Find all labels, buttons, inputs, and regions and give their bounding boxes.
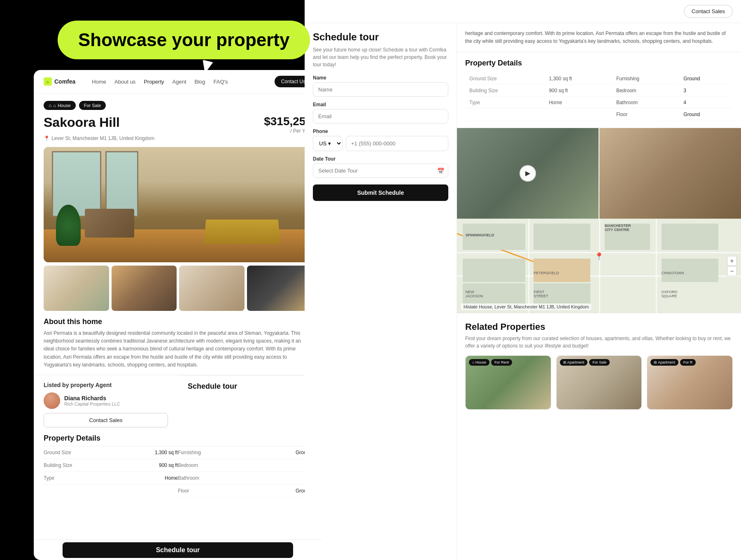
nav-about[interactable]: About us xyxy=(114,79,135,85)
related-card-2[interactable]: ⊞ Apartment For Sale xyxy=(556,355,642,410)
details-col-left: Ground Size 1,300 sq ft Building Size 90… xyxy=(44,446,178,497)
house-icon: ⌂ xyxy=(53,103,56,108)
detail-value-type: Home xyxy=(165,475,178,481)
detail-value-building: 900 sq ft xyxy=(159,462,178,468)
agent-section: Listed by property Agent Diana Richards … xyxy=(34,375,178,434)
agent-avatar xyxy=(44,392,60,409)
related-title: Related Properties xyxy=(465,322,733,332)
value-empty xyxy=(545,109,612,120)
agent-name: Diana Richards xyxy=(64,395,120,401)
photo-gallery xyxy=(44,266,312,311)
map-zoom-out-button[interactable]: − xyxy=(727,266,737,276)
dining-table xyxy=(204,219,280,244)
gallery-thumb-3[interactable] xyxy=(179,266,245,311)
tag-sale-2: For Sale xyxy=(589,359,610,366)
right-content: Schedule tour See your future home up cl… xyxy=(305,23,741,560)
label-floor: Floor xyxy=(613,109,679,120)
property-description-right: heritage and contemporary comfort. With … xyxy=(457,23,741,52)
contact-sales-button[interactable]: Contact Sales xyxy=(44,413,168,427)
map-zoom-in-button[interactable]: + xyxy=(727,256,737,266)
map-label-chinatown: CHINATOWN xyxy=(662,271,684,275)
tag-house: ⌂ House xyxy=(44,101,76,110)
detail-label-building: Building Size xyxy=(44,462,72,468)
map-address-label: Histate House, Lever St, Manchester M1 1… xyxy=(461,303,591,310)
detail-row-building: Building Size 900 sq ft xyxy=(44,459,178,472)
nav-faq[interactable]: FAQ's xyxy=(214,79,228,85)
submit-schedule-button[interactable]: Submit Schedule xyxy=(313,184,448,201)
showcase-title: Showcase your property xyxy=(78,30,289,50)
related-card-3-tags: ⊞ Apartment For R xyxy=(650,359,696,366)
right-main-content: heritage and contemporary comfort. With … xyxy=(457,23,741,560)
email-label: Email xyxy=(313,102,448,107)
schedule-tour-bottom-bar: Schedule tour xyxy=(34,539,322,560)
phone-field-group: Phone US ▾ UK ▾ xyxy=(313,128,448,151)
schedule-tour-main: Schedule tour xyxy=(178,375,322,434)
calendar-icon: 📅 xyxy=(437,168,444,174)
details-grid: Ground Size 1,300 sq ft Building Size 90… xyxy=(44,446,312,497)
nav-blog[interactable]: Blog xyxy=(195,79,205,85)
about-text: Asri Permata is a beautifully designed r… xyxy=(44,329,312,369)
tag-house-1: ⌂ House xyxy=(469,359,489,366)
property-details-right: Property Details Ground Size 1,300 sq ft… xyxy=(457,52,741,128)
detail-label-floor: Floor xyxy=(178,488,189,494)
nav-property[interactable]: Property xyxy=(144,79,164,85)
date-input[interactable] xyxy=(313,163,448,178)
map-container: 📍 SPINNINGFIELD MANCHESTERCITY CENTRE CH… xyxy=(457,219,741,313)
play-button-icon[interactable]: ▶ xyxy=(520,166,535,181)
schedule-tour-bottom-button[interactable]: Schedule tour xyxy=(63,542,293,558)
map-label-manchester: MANCHESTERCITY CENTRE xyxy=(605,224,631,232)
details-table: Ground Size 1,300 sq ft Furnishing Groun… xyxy=(465,72,733,121)
gallery-thumb-4[interactable] xyxy=(247,266,312,311)
related-card-3[interactable]: ⊞ Apartment For R xyxy=(647,355,733,410)
date-field-group: Date Tour 📅 xyxy=(313,156,448,178)
main-property-image xyxy=(44,147,312,262)
detail-row-2: Building Size 900 sq ft Bedroom 3 xyxy=(466,85,732,96)
property-card: ⌂ Comfea Home About us Property Agent Bl… xyxy=(34,70,322,548)
name-field-group: Name xyxy=(313,75,448,97)
map-label-oxfordroad: OXFORDSQUARE xyxy=(662,290,678,298)
detail-row-floor: Floor Ground xyxy=(178,485,312,497)
nav-home[interactable]: Home xyxy=(92,79,106,85)
detail-label-ground: Ground Size xyxy=(44,450,71,455)
gallery-thumb-1[interactable] xyxy=(44,266,109,311)
related-card-1[interactable]: ⌂ House For Rent xyxy=(465,355,551,410)
showcase-banner: Showcase your property xyxy=(58,21,310,59)
room-scene xyxy=(44,147,312,262)
about-title: About this home xyxy=(44,317,312,326)
phone-input[interactable] xyxy=(346,136,448,151)
tag-sale: For Sale xyxy=(79,101,106,110)
property-tags: ⌂ House For Sale xyxy=(44,101,312,110)
label-type: Type xyxy=(466,97,545,108)
value-furnishing: Ground xyxy=(680,73,732,84)
value-bedroom: 3 xyxy=(680,85,732,96)
gallery-thumb-2[interactable] xyxy=(112,266,177,311)
contact-sales-top-button[interactable]: Contact Sales xyxy=(684,5,733,18)
related-card-2-image: ⊞ Apartment For Sale xyxy=(557,356,642,409)
phone-label: Phone xyxy=(313,128,448,134)
email-input[interactable] xyxy=(313,109,448,124)
map-label-spinningfield: SPINNINGFIELD xyxy=(466,233,494,237)
name-input[interactable] xyxy=(313,82,448,97)
related-card-3-image: ⊞ Apartment For R xyxy=(647,356,732,409)
details-title-right: Property Details xyxy=(465,59,733,68)
map-pin-icon: 📍 xyxy=(594,252,604,261)
value-floor: Ground xyxy=(680,109,732,120)
property-title: Sakoora Hill xyxy=(44,115,120,130)
country-select[interactable]: US ▾ UK ▾ xyxy=(313,136,343,151)
value-bathroom: 4 xyxy=(680,97,732,108)
tag-house-label: House xyxy=(58,103,71,108)
property-content: ⌂ House For Sale Sakoora Hill $315,250 /… xyxy=(34,93,322,369)
detail-row-furnishing: Furnishing Ground xyxy=(178,446,312,459)
room-images-grid: ▶ xyxy=(457,128,741,219)
related-properties-section: Related Properties Find your dream prope… xyxy=(457,313,741,418)
detail-row-1: Ground Size 1,300 sq ft Furnishing Groun… xyxy=(466,73,732,84)
tag-sale-label: For Sale xyxy=(84,103,101,108)
details-col-right: Furnishing Ground Bedroom 3 Bathroom 4 F… xyxy=(178,446,312,497)
related-cards-grid: ⌂ House For Rent ⊞ Apartment For Sale xyxy=(465,355,733,410)
map-label-firststreet: FIRSTSTREET xyxy=(534,290,548,298)
schedule-tour-title: Schedule tour xyxy=(188,382,312,391)
nav-agent[interactable]: Agent xyxy=(172,79,186,85)
tag-apartment-2: ⊞ Apartment xyxy=(560,359,588,366)
logo-text: Comfea xyxy=(54,78,75,85)
label-ground: Ground Size xyxy=(466,73,545,84)
